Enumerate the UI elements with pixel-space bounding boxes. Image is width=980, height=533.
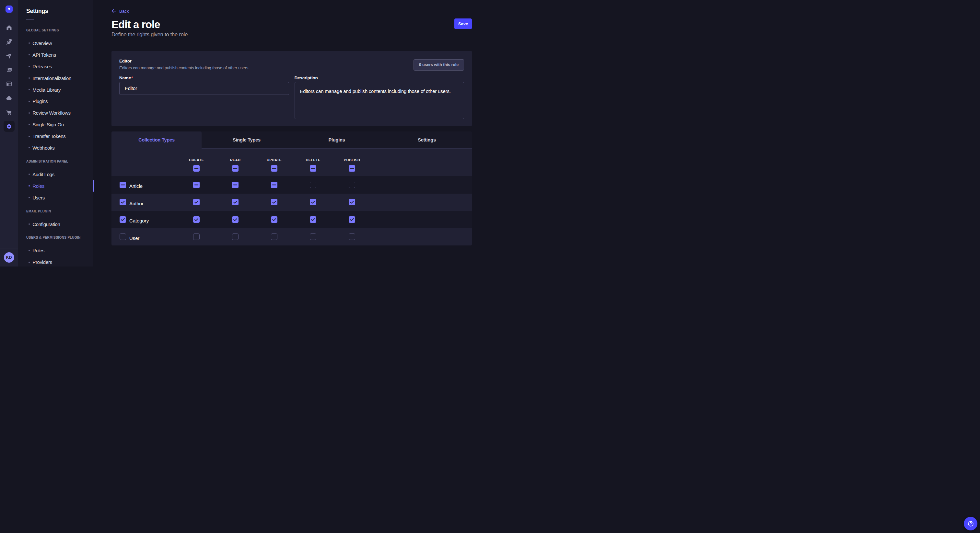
category-checkbox-checked[interactable] (119, 216, 126, 223)
shopping-cart-icon (5, 109, 12, 116)
sidebar-item-label: Media Library (32, 87, 60, 93)
title-row: Edit a role Save (111, 20, 472, 29)
author-read-checkbox-checked[interactable] (232, 199, 239, 205)
permissions-header-row: CREATEREADUPDATEDELETEPUBLISH (111, 149, 472, 176)
bullet-icon (29, 124, 30, 125)
back-link[interactable]: Back (111, 9, 472, 14)
sidebar-item-overview[interactable]: Overview (26, 38, 93, 49)
category-update-checkbox-checked[interactable] (271, 216, 277, 223)
bullet-icon (29, 136, 30, 137)
author-checkbox-checked[interactable] (119, 199, 126, 205)
save-button[interactable]: Save (454, 19, 472, 29)
sidebar-item-label: API Tokens (32, 52, 56, 58)
nav-images-icon[interactable] (3, 65, 14, 75)
permission-row-category: Category (111, 211, 472, 228)
nav-shopping-cart-icon[interactable] (3, 106, 14, 117)
category-create-checkbox-checked[interactable] (193, 216, 200, 223)
users-with-role-button[interactable]: 0 users with this role (414, 59, 464, 71)
bullet-icon (29, 89, 30, 90)
sidebar-item-transfer-tokens[interactable]: Transfer Tokens (26, 130, 93, 142)
user-read-checkbox-unchecked[interactable] (232, 233, 239, 240)
author-create-checkbox-checked[interactable] (193, 199, 200, 205)
sidebar-item-audit-logs[interactable]: Audit Logs (26, 168, 93, 180)
sidebar-item-plugins[interactable]: Plugins (26, 95, 93, 107)
sidebar-item-label: Audit Logs (32, 171, 54, 177)
permission-row-article: Article (111, 176, 472, 194)
sidebar-item-single-sign-on[interactable]: Single Sign-On (26, 119, 93, 130)
bullet-icon (29, 224, 30, 225)
nav-gear-icon[interactable] (3, 121, 14, 132)
sidebar-item-webhooks[interactable]: Webhooks (26, 142, 93, 154)
bullet-icon (29, 54, 30, 56)
category-delete-checkbox-checked[interactable] (310, 216, 316, 223)
author-delete-checkbox-checked[interactable] (310, 199, 316, 205)
permissions-rows: ArticleAuthorCategoryUser (111, 176, 472, 246)
nav-cloud-icon[interactable] (3, 93, 14, 104)
nav-feather-icon[interactable] (3, 36, 14, 47)
tab-settings[interactable]: Settings (382, 132, 472, 149)
settings-sidebar: Settings GLOBAL SETTINGSOverviewAPI Toke… (18, 0, 93, 266)
required-asterisk: * (131, 75, 133, 80)
user-checkbox-unchecked[interactable] (119, 233, 126, 240)
tab-plugins[interactable]: Plugins (292, 132, 382, 149)
user-publish-checkbox-unchecked[interactable] (349, 233, 355, 240)
main-nav-rail: KD (0, 0, 18, 266)
sidebar-item-roles[interactable]: Roles (26, 180, 93, 192)
select-all-create-checkbox-indeterminate[interactable] (193, 165, 200, 171)
sidebar-item-roles[interactable]: Roles (26, 245, 93, 257)
sidebar-item-label: Review Workflows (32, 110, 70, 116)
article-update-checkbox-indeterminate[interactable] (271, 182, 277, 188)
avatar[interactable]: KD (4, 252, 14, 263)
category-read-checkbox-checked[interactable] (232, 216, 239, 223)
nav-paper-plane-icon[interactable] (3, 50, 14, 61)
tab-collection-types[interactable]: Collection Types (111, 132, 202, 149)
sidebar-item-releases[interactable]: Releases (26, 60, 93, 72)
sidebar-section-label: ADMINISTRATION PANEL (26, 155, 93, 167)
sidebar-item-configuration[interactable]: Configuration (26, 218, 93, 230)
content-type-label: Article (129, 184, 143, 189)
select-all-update-checkbox-indeterminate[interactable] (271, 165, 277, 171)
bullet-icon (29, 43, 30, 44)
sidebar-item-internationalization[interactable]: Internationalization (26, 72, 93, 84)
user-update-checkbox-unchecked[interactable] (271, 233, 277, 240)
sidebar-divider (26, 19, 34, 20)
category-publish-checkbox-checked[interactable] (349, 216, 355, 223)
name-input[interactable]: Editor (119, 82, 289, 95)
article-create-checkbox-indeterminate[interactable] (193, 182, 200, 188)
nav-layout-icon[interactable] (3, 78, 14, 89)
sidebar-item-label: Providers (32, 259, 52, 265)
bullet-icon (29, 147, 30, 148)
bullet-icon (29, 101, 30, 102)
article-delete-checkbox-unchecked[interactable] (310, 182, 316, 188)
bullet-icon (29, 174, 30, 175)
select-all-delete-checkbox-indeterminate[interactable] (310, 165, 316, 171)
article-checkbox-indeterminate[interactable] (119, 182, 126, 188)
article-publish-checkbox-unchecked[interactable] (349, 182, 355, 188)
tab-single-types[interactable]: Single Types (202, 132, 292, 149)
description-textarea[interactable]: Editors can manage and publish contents … (294, 82, 465, 119)
sidebar-item-label: Internationalization (32, 75, 71, 81)
workspace-logo-button[interactable] (0, 0, 18, 18)
sidebar-item-api-tokens[interactable]: API Tokens (26, 49, 93, 60)
sidebar-item-review-workflows[interactable]: Review Workflows (26, 107, 93, 119)
sidebar-item-users[interactable]: Users (26, 192, 93, 203)
rail-footer: KD (0, 248, 18, 266)
name-field-label: Name* (119, 76, 289, 80)
column-header-read: READ (230, 158, 240, 162)
role-card-heading-group: Editor Editors can manage and publish co… (119, 59, 249, 71)
user-create-checkbox-unchecked[interactable] (193, 233, 200, 240)
select-all-read-checkbox-indeterminate[interactable] (232, 165, 239, 171)
author-update-checkbox-checked[interactable] (271, 199, 277, 205)
author-publish-checkbox-checked[interactable] (349, 199, 355, 205)
bullet-icon (29, 113, 30, 114)
sidebar-item-media-library[interactable]: Media Library (26, 84, 93, 95)
user-delete-checkbox-unchecked[interactable] (310, 233, 316, 240)
role-name-heading: Editor (119, 59, 249, 64)
page-title: Edit a role (111, 20, 160, 29)
select-all-publish-checkbox-indeterminate[interactable] (349, 165, 355, 171)
article-read-checkbox-indeterminate[interactable] (232, 182, 239, 188)
column-header-delete: DELETE (305, 158, 320, 162)
sidebar-item-label: Overview (32, 40, 52, 46)
nav-home-icon[interactable] (3, 22, 14, 33)
sidebar-item-providers[interactable]: Providers (26, 257, 93, 266)
